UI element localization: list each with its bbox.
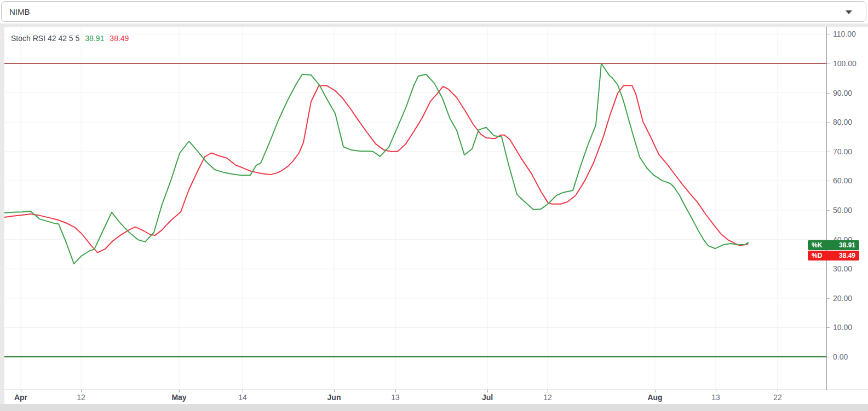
x-axis-label: 14 <box>227 393 258 402</box>
x-axis-label: 12 <box>66 393 96 402</box>
x-axis-label: Jun <box>319 393 349 402</box>
y-axis-label: 70.00 <box>833 147 852 156</box>
time-axis[interactable]: Apr12May14Jun13Jul12Aug1322 <box>4 390 868 404</box>
y-axis-tick <box>827 210 830 211</box>
y-axis-label: 50.00 <box>833 206 852 215</box>
y-axis-tick <box>827 34 830 34</box>
y-axis-label: 10.00 <box>833 323 852 332</box>
x-axis-tick <box>21 390 21 392</box>
y-axis-tick <box>827 152 830 152</box>
x-axis-tick <box>243 390 243 392</box>
x-axis-label: Jul <box>472 393 503 402</box>
x-axis-tick <box>81 390 82 392</box>
y-axis-label: 110.00 <box>833 30 856 38</box>
y-axis-tick <box>827 181 830 181</box>
page-gap-bottom <box>0 404 868 411</box>
x-axis-label: Apr <box>5 393 36 402</box>
y-axis-label: 0.00 <box>833 352 848 361</box>
k-value-badge: %K 38.91 <box>808 240 859 250</box>
price-axis[interactable]: 110.00100.0090.0080.0070.0060.0050.0040.… <box>826 27 868 390</box>
x-axis-tick <box>179 390 180 392</box>
indicator-title: Stoch RSI 42 42 5 5 <box>11 34 79 43</box>
x-axis-label: 13 <box>380 393 411 402</box>
x-axis-label: Aug <box>640 393 670 402</box>
stoch-rsi-indicator-panel: Stoch RSI 42 42 5 5 38.91 38.49 Apr12May… <box>4 27 868 404</box>
x-axis-label: 22 <box>762 393 793 402</box>
y-axis-label: 90.00 <box>833 89 852 97</box>
legend-d-value: 38.49 <box>110 34 129 43</box>
y-axis-tick <box>827 93 830 94</box>
symbol-select-value: NIMB <box>9 7 30 16</box>
x-axis-label: May <box>164 393 194 402</box>
x-axis-tick <box>548 390 548 392</box>
x-axis-tick <box>778 390 778 392</box>
k-badge-label: %K <box>812 241 822 249</box>
y-axis-tick <box>827 122 830 123</box>
y-axis-tick <box>827 269 830 269</box>
y-axis-label: 100.00 <box>833 59 856 68</box>
x-axis-tick <box>334 390 335 392</box>
d-badge-value: 38.49 <box>839 252 855 259</box>
x-axis-tick <box>395 390 396 392</box>
k-badge-value: 38.91 <box>839 241 855 249</box>
y-axis-label: 60.00 <box>833 176 852 185</box>
y-axis-tick <box>827 298 830 299</box>
chart-plot-area[interactable] <box>4 27 826 390</box>
y-axis-tick <box>827 63 830 64</box>
legend-k-value: 38.91 <box>85 34 104 43</box>
page-gap-left <box>0 24 4 411</box>
x-axis-label: 12 <box>532 393 563 402</box>
y-axis-label: 20.00 <box>833 294 852 303</box>
y-axis-label: 30.00 <box>833 264 852 273</box>
x-axis-tick <box>716 390 716 392</box>
y-axis-tick <box>827 327 830 328</box>
indicator-legend: Stoch RSI 42 42 5 5 38.91 38.49 <box>11 34 129 43</box>
y-axis-tick <box>827 357 830 357</box>
y-axis-label: 80.00 <box>833 118 852 126</box>
chevron-down-icon <box>846 10 852 14</box>
symbol-select[interactable]: NIMB <box>1 1 866 22</box>
x-axis-tick <box>655 390 656 392</box>
x-axis-tick <box>487 390 488 392</box>
d-badge-label: %D <box>812 252 822 259</box>
x-axis-label: 13 <box>700 393 731 402</box>
d-value-badge: %D 38.49 <box>808 251 859 261</box>
